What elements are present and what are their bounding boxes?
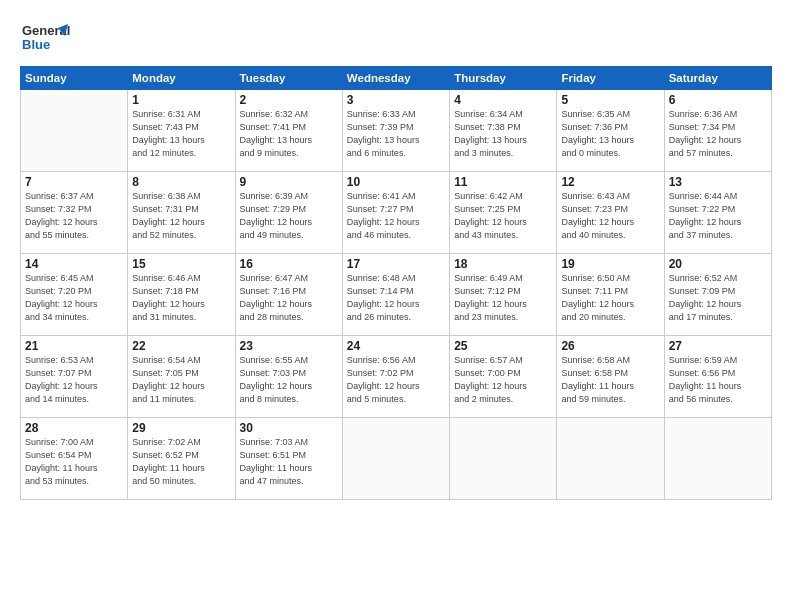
day-info: Sunrise: 6:48 AMSunset: 7:14 PMDaylight:… <box>347 272 445 324</box>
day-number: 18 <box>454 257 552 271</box>
week-row-3: 14Sunrise: 6:45 AMSunset: 7:20 PMDayligh… <box>21 254 772 336</box>
day-cell: 21Sunrise: 6:53 AMSunset: 7:07 PMDayligh… <box>21 336 128 418</box>
day-number: 26 <box>561 339 659 353</box>
day-number: 3 <box>347 93 445 107</box>
day-info: Sunrise: 6:43 AMSunset: 7:23 PMDaylight:… <box>561 190 659 242</box>
week-row-2: 7Sunrise: 6:37 AMSunset: 7:32 PMDaylight… <box>21 172 772 254</box>
day-cell: 19Sunrise: 6:50 AMSunset: 7:11 PMDayligh… <box>557 254 664 336</box>
day-info: Sunrise: 6:42 AMSunset: 7:25 PMDaylight:… <box>454 190 552 242</box>
day-cell: 20Sunrise: 6:52 AMSunset: 7:09 PMDayligh… <box>664 254 771 336</box>
day-info: Sunrise: 6:55 AMSunset: 7:03 PMDaylight:… <box>240 354 338 406</box>
day-info: Sunrise: 6:50 AMSunset: 7:11 PMDaylight:… <box>561 272 659 324</box>
day-info: Sunrise: 6:31 AMSunset: 7:43 PMDaylight:… <box>132 108 230 160</box>
day-cell <box>21 90 128 172</box>
day-info: Sunrise: 6:36 AMSunset: 7:34 PMDaylight:… <box>669 108 767 160</box>
day-info: Sunrise: 6:32 AMSunset: 7:41 PMDaylight:… <box>240 108 338 160</box>
day-cell: 29Sunrise: 7:02 AMSunset: 6:52 PMDayligh… <box>128 418 235 500</box>
day-number: 28 <box>25 421 123 435</box>
day-cell: 14Sunrise: 6:45 AMSunset: 7:20 PMDayligh… <box>21 254 128 336</box>
day-number: 4 <box>454 93 552 107</box>
day-cell: 5Sunrise: 6:35 AMSunset: 7:36 PMDaylight… <box>557 90 664 172</box>
day-info: Sunrise: 6:53 AMSunset: 7:07 PMDaylight:… <box>25 354 123 406</box>
day-info: Sunrise: 6:45 AMSunset: 7:20 PMDaylight:… <box>25 272 123 324</box>
weekday-saturday: Saturday <box>664 67 771 90</box>
day-number: 12 <box>561 175 659 189</box>
day-number: 13 <box>669 175 767 189</box>
day-info: Sunrise: 6:59 AMSunset: 6:56 PMDaylight:… <box>669 354 767 406</box>
week-row-5: 28Sunrise: 7:00 AMSunset: 6:54 PMDayligh… <box>21 418 772 500</box>
day-number: 16 <box>240 257 338 271</box>
day-cell: 16Sunrise: 6:47 AMSunset: 7:16 PMDayligh… <box>235 254 342 336</box>
page: GeneralBlue SundayMondayTuesdayWednesday… <box>0 0 792 612</box>
header: GeneralBlue <box>20 18 772 56</box>
day-cell: 11Sunrise: 6:42 AMSunset: 7:25 PMDayligh… <box>450 172 557 254</box>
day-info: Sunrise: 6:52 AMSunset: 7:09 PMDaylight:… <box>669 272 767 324</box>
day-cell: 8Sunrise: 6:38 AMSunset: 7:31 PMDaylight… <box>128 172 235 254</box>
day-cell <box>450 418 557 500</box>
day-cell: 25Sunrise: 6:57 AMSunset: 7:00 PMDayligh… <box>450 336 557 418</box>
day-info: Sunrise: 6:35 AMSunset: 7:36 PMDaylight:… <box>561 108 659 160</box>
day-info: Sunrise: 7:00 AMSunset: 6:54 PMDaylight:… <box>25 436 123 488</box>
day-number: 7 <box>25 175 123 189</box>
day-number: 15 <box>132 257 230 271</box>
day-number: 29 <box>132 421 230 435</box>
day-cell: 12Sunrise: 6:43 AMSunset: 7:23 PMDayligh… <box>557 172 664 254</box>
day-number: 6 <box>669 93 767 107</box>
day-cell: 18Sunrise: 6:49 AMSunset: 7:12 PMDayligh… <box>450 254 557 336</box>
day-cell: 7Sunrise: 6:37 AMSunset: 7:32 PMDaylight… <box>21 172 128 254</box>
weekday-header-row: SundayMondayTuesdayWednesdayThursdayFrid… <box>21 67 772 90</box>
calendar: SundayMondayTuesdayWednesdayThursdayFrid… <box>20 66 772 500</box>
day-number: 2 <box>240 93 338 107</box>
day-number: 19 <box>561 257 659 271</box>
day-info: Sunrise: 7:03 AMSunset: 6:51 PMDaylight:… <box>240 436 338 488</box>
day-cell: 4Sunrise: 6:34 AMSunset: 7:38 PMDaylight… <box>450 90 557 172</box>
day-info: Sunrise: 6:39 AMSunset: 7:29 PMDaylight:… <box>240 190 338 242</box>
day-number: 10 <box>347 175 445 189</box>
day-cell: 26Sunrise: 6:58 AMSunset: 6:58 PMDayligh… <box>557 336 664 418</box>
day-info: Sunrise: 7:02 AMSunset: 6:52 PMDaylight:… <box>132 436 230 488</box>
day-cell: 24Sunrise: 6:56 AMSunset: 7:02 PMDayligh… <box>342 336 449 418</box>
day-number: 8 <box>132 175 230 189</box>
day-number: 9 <box>240 175 338 189</box>
day-number: 30 <box>240 421 338 435</box>
day-info: Sunrise: 6:41 AMSunset: 7:27 PMDaylight:… <box>347 190 445 242</box>
day-cell: 28Sunrise: 7:00 AMSunset: 6:54 PMDayligh… <box>21 418 128 500</box>
day-cell <box>664 418 771 500</box>
day-info: Sunrise: 6:38 AMSunset: 7:31 PMDaylight:… <box>132 190 230 242</box>
weekday-friday: Friday <box>557 67 664 90</box>
day-cell: 6Sunrise: 6:36 AMSunset: 7:34 PMDaylight… <box>664 90 771 172</box>
day-cell: 27Sunrise: 6:59 AMSunset: 6:56 PMDayligh… <box>664 336 771 418</box>
day-number: 27 <box>669 339 767 353</box>
day-cell: 9Sunrise: 6:39 AMSunset: 7:29 PMDaylight… <box>235 172 342 254</box>
day-info: Sunrise: 6:37 AMSunset: 7:32 PMDaylight:… <box>25 190 123 242</box>
day-number: 11 <box>454 175 552 189</box>
day-cell: 10Sunrise: 6:41 AMSunset: 7:27 PMDayligh… <box>342 172 449 254</box>
day-info: Sunrise: 6:56 AMSunset: 7:02 PMDaylight:… <box>347 354 445 406</box>
day-number: 21 <box>25 339 123 353</box>
day-info: Sunrise: 6:47 AMSunset: 7:16 PMDaylight:… <box>240 272 338 324</box>
day-info: Sunrise: 6:34 AMSunset: 7:38 PMDaylight:… <box>454 108 552 160</box>
day-info: Sunrise: 6:33 AMSunset: 7:39 PMDaylight:… <box>347 108 445 160</box>
day-info: Sunrise: 6:49 AMSunset: 7:12 PMDaylight:… <box>454 272 552 324</box>
weekday-tuesday: Tuesday <box>235 67 342 90</box>
day-cell: 23Sunrise: 6:55 AMSunset: 7:03 PMDayligh… <box>235 336 342 418</box>
day-info: Sunrise: 6:44 AMSunset: 7:22 PMDaylight:… <box>669 190 767 242</box>
day-number: 22 <box>132 339 230 353</box>
day-number: 5 <box>561 93 659 107</box>
weekday-thursday: Thursday <box>450 67 557 90</box>
day-number: 1 <box>132 93 230 107</box>
weekday-monday: Monday <box>128 67 235 90</box>
svg-text:Blue: Blue <box>22 37 50 52</box>
day-info: Sunrise: 6:54 AMSunset: 7:05 PMDaylight:… <box>132 354 230 406</box>
day-info: Sunrise: 6:46 AMSunset: 7:18 PMDaylight:… <box>132 272 230 324</box>
day-cell: 30Sunrise: 7:03 AMSunset: 6:51 PMDayligh… <box>235 418 342 500</box>
day-cell <box>557 418 664 500</box>
day-cell: 15Sunrise: 6:46 AMSunset: 7:18 PMDayligh… <box>128 254 235 336</box>
day-number: 25 <box>454 339 552 353</box>
day-cell: 17Sunrise: 6:48 AMSunset: 7:14 PMDayligh… <box>342 254 449 336</box>
day-cell: 3Sunrise: 6:33 AMSunset: 7:39 PMDaylight… <box>342 90 449 172</box>
weekday-sunday: Sunday <box>21 67 128 90</box>
logo: GeneralBlue <box>20 18 70 56</box>
day-number: 23 <box>240 339 338 353</box>
day-info: Sunrise: 6:58 AMSunset: 6:58 PMDaylight:… <box>561 354 659 406</box>
